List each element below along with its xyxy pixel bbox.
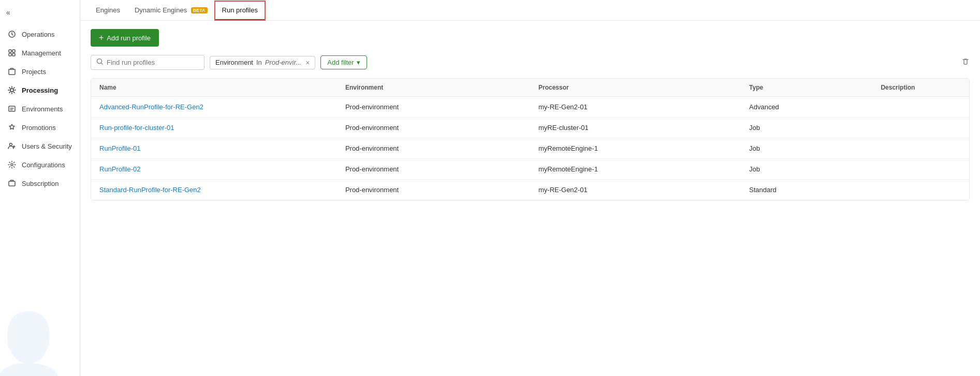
cell-type: Job	[741, 159, 872, 180]
cell-processor: myRE-cluster-01	[530, 118, 741, 138]
table-row[interactable]: Standard-RunProfile-for-RE-Gen2 Prod-env…	[91, 180, 969, 200]
sidebar-label-subscription: Subscription	[22, 180, 59, 187]
sidebar-label-operations: Operations	[22, 31, 55, 38]
table-header-row: Name Environment Processor Type Descript	[91, 79, 969, 97]
table-row[interactable]: Run-profile-for-cluster-01 Prod-environm…	[91, 118, 969, 138]
cell-type: Advanced	[741, 97, 872, 118]
cell-type: Job	[741, 138, 872, 159]
cell-processor: myRemoteEngine-1	[530, 159, 741, 180]
cell-environment: Prod-environment	[337, 138, 530, 159]
search-icon	[96, 58, 104, 67]
add-run-profile-button[interactable]: + Add run profile	[91, 29, 159, 47]
filter-tag-value: Prod-envir...	[265, 59, 301, 66]
svg-rect-3	[9, 53, 11, 56]
cell-description	[872, 118, 969, 138]
svg-rect-9	[9, 181, 15, 186]
table-row[interactable]: RunProfile-02 Prod-environment myRemoteE…	[91, 159, 969, 180]
run-profiles-table: Name Environment Processor Type Descript	[91, 78, 970, 200]
users-security-icon	[7, 141, 17, 151]
col-header-type: Type	[741, 79, 872, 97]
sidebar-label-environments: Environments	[22, 105, 63, 113]
operations-icon	[7, 30, 17, 39]
management-icon	[7, 48, 17, 57]
processing-icon	[7, 85, 17, 95]
sidebar-item-environments[interactable]: Environments	[0, 99, 80, 118]
sidebar-watermark: 👤	[0, 314, 67, 376]
col-header-name: Name	[91, 79, 337, 97]
sidebar-collapse-button[interactable]: «	[0, 4, 80, 21]
svg-rect-4	[12, 53, 15, 56]
cell-environment: Prod-environment	[337, 118, 530, 138]
sidebar-label-processing: Processing	[22, 86, 58, 94]
cell-processor: my-RE-Gen2-01	[530, 180, 741, 200]
col-header-environment: Environment	[337, 79, 530, 97]
chevron-down-icon: ▾	[357, 59, 360, 66]
table-row[interactable]: Advanced-RunProfile-for-RE-Gen2 Prod-env…	[91, 97, 969, 118]
sidebar-item-configurations[interactable]: Configurations	[0, 155, 80, 174]
beta-badge: BETA	[191, 7, 208, 13]
sidebar-label-promotions: Promotions	[22, 124, 56, 132]
cell-processor: myRemoteEngine-1	[530, 138, 741, 159]
filter-bar: Environment In Prod-envir... × Add filte…	[91, 55, 970, 70]
sidebar-label-users-security: Users & Security	[22, 142, 72, 150]
sidebar-item-projects[interactable]: Projects	[0, 62, 80, 81]
svg-rect-6	[9, 106, 15, 111]
projects-icon	[7, 67, 17, 76]
filter-environment-tag: Environment In Prod-envir... ×	[210, 56, 315, 69]
sidebar-label-management: Management	[22, 49, 61, 57]
cell-type: Job	[741, 118, 872, 138]
svg-rect-2	[12, 50, 15, 52]
sidebar-item-management[interactable]: Management	[0, 44, 80, 62]
cell-environment: Prod-environment	[337, 159, 530, 180]
svg-point-8	[11, 164, 13, 166]
subscription-icon	[7, 179, 17, 188]
cell-name: Advanced-RunProfile-for-RE-Gen2	[91, 97, 337, 118]
filter-tag-label: Environment	[215, 59, 253, 66]
add-icon: +	[99, 33, 104, 42]
tab-bar: Engines Dynamic Engines BETA Run profile…	[80, 0, 980, 21]
cell-description	[872, 97, 969, 118]
search-input[interactable]	[107, 59, 199, 66]
cell-description	[872, 159, 969, 180]
cell-environment: Prod-environment	[337, 180, 530, 200]
cell-environment: Prod-environment	[337, 97, 530, 118]
cell-name: Standard-RunProfile-for-RE-Gen2	[91, 180, 337, 200]
configurations-icon	[7, 160, 17, 169]
sidebar: « Operations Management Projects Process…	[0, 0, 80, 376]
cell-description	[872, 138, 969, 159]
sidebar-item-processing[interactable]: Processing	[0, 81, 80, 99]
filter-tag-operator: In	[256, 59, 262, 66]
add-filter-button[interactable]: Add filter ▾	[320, 55, 367, 69]
main-content: Engines Dynamic Engines BETA Run profile…	[80, 0, 980, 376]
tab-run-profiles[interactable]: Run profiles	[215, 1, 265, 20]
sidebar-item-subscription[interactable]: Subscription	[0, 174, 80, 193]
cell-processor: my-RE-Gen2-01	[530, 97, 741, 118]
clear-filters-button[interactable]	[961, 57, 970, 68]
sidebar-label-projects: Projects	[22, 68, 46, 76]
sidebar-item-users-security[interactable]: Users & Security	[0, 137, 80, 155]
cell-name: RunProfile-02	[91, 159, 337, 180]
cell-description	[872, 180, 969, 200]
table-row[interactable]: RunProfile-01 Prod-environment myRemoteE…	[91, 138, 969, 159]
tab-engines[interactable]: Engines	[89, 1, 127, 20]
cell-name: RunProfile-01	[91, 138, 337, 159]
col-header-processor: Processor	[530, 79, 741, 97]
svg-point-7	[10, 143, 12, 146]
environments-icon	[7, 104, 17, 113]
cell-name: Run-profile-for-cluster-01	[91, 118, 337, 138]
sidebar-label-configurations: Configurations	[22, 161, 65, 169]
col-header-description: Description	[872, 79, 969, 97]
tab-dynamic-engines[interactable]: Dynamic Engines BETA	[127, 1, 215, 20]
sidebar-item-operations[interactable]: Operations	[0, 25, 80, 44]
content-area: + Add run profile Environment In Prod-en…	[80, 21, 980, 376]
sidebar-item-promotions[interactable]: Promotions	[0, 118, 80, 137]
filter-tag-close-button[interactable]: ×	[305, 59, 310, 67]
cell-type: Standard	[741, 180, 872, 200]
svg-point-5	[10, 89, 13, 92]
search-box[interactable]	[91, 55, 204, 70]
promotions-icon	[7, 123, 17, 132]
svg-rect-1	[9, 50, 11, 52]
